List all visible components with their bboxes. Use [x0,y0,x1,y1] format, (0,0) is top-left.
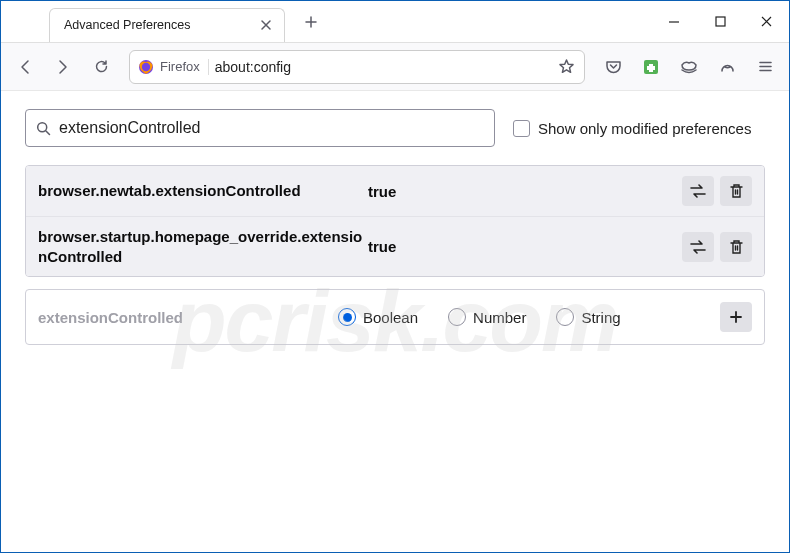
firefox-icon [138,59,154,75]
url-bar[interactable]: Firefox [129,50,585,84]
account-button[interactable] [711,51,743,83]
pref-actions [682,232,752,262]
new-tab-button[interactable] [297,8,325,36]
svg-rect-0 [716,17,725,26]
table-row: browser.startup.homepage_override.extens… [26,216,764,276]
radio-label: String [581,309,620,326]
menu-button[interactable] [749,51,781,83]
new-preference-row: extensionControlled Boolean Number Strin… [25,289,765,345]
radio-icon [448,308,466,326]
add-button[interactable] [720,302,752,332]
tab-title: Advanced Preferences [64,18,258,32]
back-button[interactable] [9,51,41,83]
identity-box[interactable]: Firefox [138,59,209,75]
titlebar: Advanced Preferences [1,1,789,43]
reload-button[interactable] [85,51,117,83]
radio-label: Number [473,309,526,326]
url-input[interactable] [215,59,556,75]
delete-button[interactable] [720,232,752,262]
show-modified-label: Show only modified preferences [538,120,751,137]
toggle-button[interactable] [682,232,714,262]
pref-value: true [368,183,682,200]
show-modified-checkbox[interactable]: Show only modified preferences [513,120,751,137]
relay-button[interactable] [673,51,705,83]
svg-point-4 [38,122,47,131]
close-window-button[interactable] [743,1,789,43]
toggle-button[interactable] [682,176,714,206]
config-content: Show only modified preferences browser.n… [1,91,789,363]
pref-name: browser.startup.homepage_override.extens… [38,227,368,266]
checkbox-icon[interactable] [513,120,530,137]
table-row: browser.newtab.extensionControlled true [26,166,764,216]
forward-button[interactable] [47,51,79,83]
type-radio-group: Boolean Number String [338,308,720,326]
pref-name: browser.newtab.extensionControlled [38,181,368,201]
delete-button[interactable] [720,176,752,206]
maximize-button[interactable] [697,1,743,43]
new-pref-name: extensionControlled [38,309,338,326]
browser-tab[interactable]: Advanced Preferences [49,8,285,42]
pref-actions [682,176,752,206]
extension-button[interactable] [635,51,667,83]
pref-value: true [368,238,682,255]
search-input[interactable] [59,119,484,137]
close-icon[interactable] [258,17,274,33]
minimize-button[interactable] [651,1,697,43]
search-box[interactable] [25,109,495,147]
pocket-button[interactable] [597,51,629,83]
radio-boolean[interactable]: Boolean [338,308,418,326]
window-controls [651,1,789,43]
radio-string[interactable]: String [556,308,620,326]
bookmark-star-icon[interactable] [556,57,576,77]
svg-point-2 [142,62,150,70]
radio-icon [338,308,356,326]
radio-number[interactable]: Number [448,308,526,326]
preferences-table: browser.newtab.extensionControlled true … [25,165,765,277]
toolbar: Firefox [1,43,789,91]
radio-label: Boolean [363,309,418,326]
search-row: Show only modified preferences [25,109,765,147]
radio-icon [556,308,574,326]
identity-label: Firefox [160,59,200,74]
search-icon [36,121,51,136]
